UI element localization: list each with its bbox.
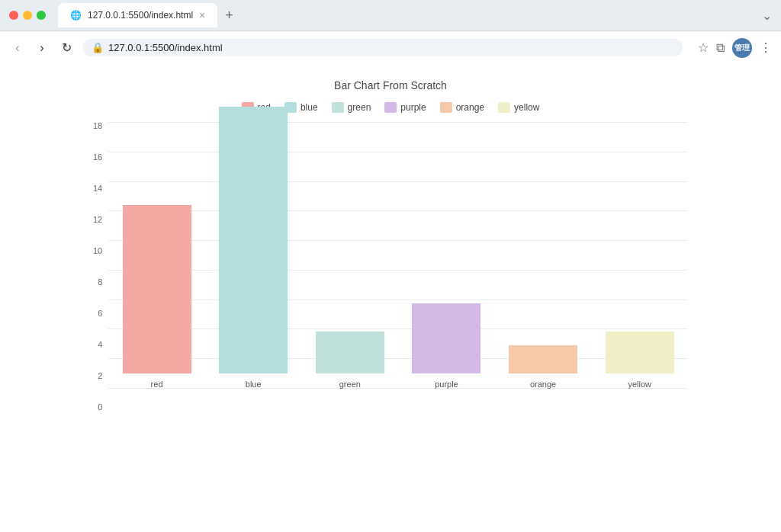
y-label-4: 4 — [98, 341, 102, 349]
chart-title: Bar Chart From Scratch — [334, 79, 447, 91]
address-actions: ☆ ⧉ 管理 ⋮ — [698, 38, 772, 58]
bar-label-red: red — [151, 380, 163, 389]
bar-blue — [219, 107, 288, 373]
legend-swatch-yellow — [498, 102, 510, 113]
page-content: Bar Chart From Scratch red blue green pu… — [0, 64, 781, 532]
bar-label-green: green — [339, 380, 361, 389]
bar-group-blue: blue — [215, 107, 291, 389]
y-label-0: 0 — [98, 403, 102, 412]
address-input[interactable]: 🔒 127.0.0.1:5500/index.html — [82, 39, 683, 56]
menu-icon[interactable]: ⋮ — [760, 40, 772, 55]
bar-group-orange: orange — [505, 345, 581, 389]
legend-label-purple: purple — [400, 102, 426, 113]
bookmark-icon[interactable]: ☆ — [698, 40, 709, 55]
close-button[interactable] — [9, 11, 18, 20]
legend-item-orange: orange — [440, 102, 484, 113]
bar-red — [123, 205, 191, 373]
bar-yellow — [606, 332, 674, 373]
y-label-8: 8 — [98, 278, 102, 287]
legend-label-yellow: yellow — [514, 102, 539, 113]
bar-label-blue: blue — [246, 380, 262, 389]
chart-area: 181614121086420 red blue green purple or… — [93, 122, 688, 412]
bar-group-green: green — [312, 332, 388, 389]
bar-label-orange: orange — [530, 380, 556, 389]
address-bar: ‹ › ↻ 🔒 127.0.0.1:5500/index.html ☆ ⧉ 管理… — [0, 30, 781, 64]
tab-title: 127.0.0.1:5500/index.html — [88, 10, 193, 21]
y-label-10: 10 — [93, 247, 102, 255]
legend-item-yellow: yellow — [498, 102, 539, 113]
new-tab-button[interactable]: + — [220, 8, 238, 24]
minimize-button[interactable] — [23, 11, 32, 20]
y-label-16: 16 — [93, 153, 102, 162]
legend-swatch-green — [332, 102, 344, 113]
url-text: 127.0.0.1:5500/index.html — [108, 42, 223, 53]
legend-label-blue: blue — [301, 102, 318, 113]
legend-item-purple: purple — [384, 102, 426, 113]
legend-label-green: green — [348, 102, 371, 113]
y-label-18: 18 — [93, 122, 102, 130]
bars-container: red blue green purple orange yellow — [108, 122, 688, 412]
legend-label-orange: orange — [456, 102, 484, 113]
legend-swatch-purple — [384, 102, 397, 113]
legend-item-green: green — [332, 102, 371, 113]
bar-orange — [509, 345, 577, 373]
bar-group-purple: purple — [408, 303, 484, 389]
bar-label-yellow: yellow — [628, 380, 651, 389]
bar-purple — [412, 303, 480, 373]
forward-button[interactable]: › — [34, 41, 50, 55]
legend-swatch-orange — [440, 102, 452, 113]
lock-icon: 🔒 — [92, 42, 104, 53]
bar-green — [316, 332, 384, 373]
maximize-button[interactable] — [37, 11, 46, 20]
bar-group-red: red — [119, 205, 195, 389]
tab-close-icon[interactable]: × — [199, 9, 205, 21]
title-bar: 🌐 127.0.0.1:5500/index.html × + ⌄ — [0, 0, 781, 30]
refresh-button[interactable]: ↻ — [58, 40, 75, 55]
y-axis: 181614121086420 — [93, 122, 108, 412]
extension-icon[interactable]: ⧉ — [716, 41, 725, 55]
traffic-lights — [9, 11, 46, 20]
chart-main: red blue green purple orange yellow — [108, 122, 688, 412]
tab-bar: 🌐 127.0.0.1:5500/index.html × + ⌄ — [58, 3, 772, 27]
profile-avatar[interactable]: 管理 — [732, 38, 752, 58]
back-button[interactable]: ‹ — [9, 41, 26, 55]
y-label-12: 12 — [93, 216, 102, 224]
y-label-6: 6 — [98, 309, 102, 318]
tab-menu-icon[interactable]: ⌄ — [762, 8, 772, 23]
y-label-14: 14 — [93, 184, 102, 193]
bar-label-purple: purple — [435, 380, 458, 389]
tab-favicon: 🌐 — [70, 10, 82, 21]
y-label-2: 2 — [98, 372, 102, 380]
active-tab[interactable]: 🌐 127.0.0.1:5500/index.html × — [58, 3, 217, 27]
bar-group-yellow: yellow — [602, 332, 678, 389]
browser-chrome: 🌐 127.0.0.1:5500/index.html × + ⌄ ‹ › ↻ … — [0, 0, 781, 64]
